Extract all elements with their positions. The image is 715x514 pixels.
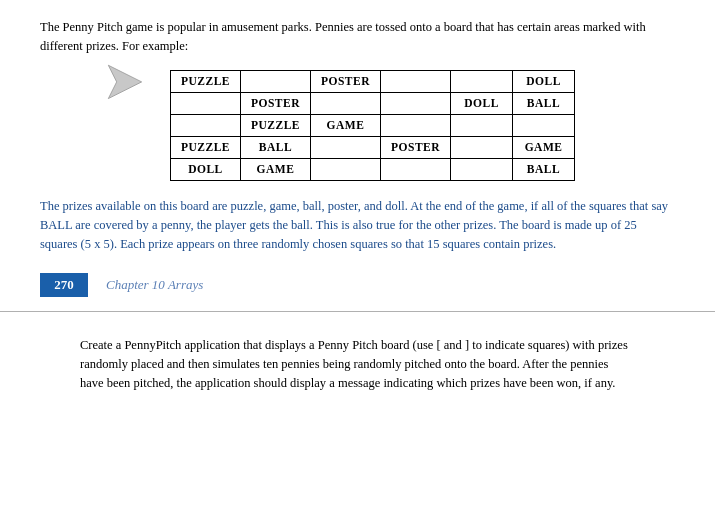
table-row: DOLL GAME BALL bbox=[170, 158, 574, 180]
cell bbox=[170, 114, 240, 136]
penny-icon bbox=[100, 64, 150, 104]
cell bbox=[170, 92, 240, 114]
cell bbox=[451, 136, 513, 158]
cell bbox=[381, 70, 451, 92]
table-row: POSTER DOLL BALL bbox=[170, 92, 574, 114]
table-row: PUZZLE GAME bbox=[170, 114, 574, 136]
cell: POSTER bbox=[311, 70, 381, 92]
svg-marker-0 bbox=[108, 65, 141, 98]
cell: GAME bbox=[311, 114, 381, 136]
cell: DOLL bbox=[170, 158, 240, 180]
cell: BALL bbox=[240, 136, 310, 158]
cell bbox=[240, 70, 310, 92]
cell: GAME bbox=[240, 158, 310, 180]
cell bbox=[451, 114, 513, 136]
cell: PUZZLE bbox=[170, 70, 240, 92]
cell: POSTER bbox=[381, 136, 451, 158]
cell bbox=[311, 136, 381, 158]
cell bbox=[451, 158, 513, 180]
cell: BALL bbox=[513, 158, 575, 180]
chapter-label: Chapter 10 Arrays bbox=[106, 277, 203, 293]
board-container: PUZZLE POSTER DOLL POSTER DOLL BALL bbox=[40, 70, 675, 181]
main-content: The Penny Pitch game is popular in amuse… bbox=[0, 0, 715, 297]
cell: DOLL bbox=[513, 70, 575, 92]
intro-text: The Penny Pitch game is popular in amuse… bbox=[40, 18, 675, 56]
bottom-text: Create a PennyPitch application that dis… bbox=[80, 336, 635, 394]
table-row: PUZZLE BALL POSTER GAME bbox=[170, 136, 574, 158]
prize-table: PUZZLE POSTER DOLL POSTER DOLL BALL bbox=[170, 70, 575, 181]
page-number-badge: 270 bbox=[40, 273, 88, 297]
table-row: PUZZLE POSTER DOLL bbox=[170, 70, 574, 92]
cell bbox=[381, 158, 451, 180]
cell: GAME bbox=[513, 136, 575, 158]
cell bbox=[513, 114, 575, 136]
bottom-section: Create a PennyPitch application that dis… bbox=[0, 312, 715, 414]
cell bbox=[311, 92, 381, 114]
cell: POSTER bbox=[240, 92, 310, 114]
cell bbox=[381, 92, 451, 114]
cell bbox=[311, 158, 381, 180]
cell bbox=[451, 70, 513, 92]
description-text: The prizes available on this board are p… bbox=[40, 197, 675, 255]
cell: PUZZLE bbox=[240, 114, 310, 136]
cell bbox=[381, 114, 451, 136]
cell: PUZZLE bbox=[170, 136, 240, 158]
cell: DOLL bbox=[451, 92, 513, 114]
footer-bar: 270 Chapter 10 Arrays bbox=[40, 273, 675, 297]
cell: BALL bbox=[513, 92, 575, 114]
